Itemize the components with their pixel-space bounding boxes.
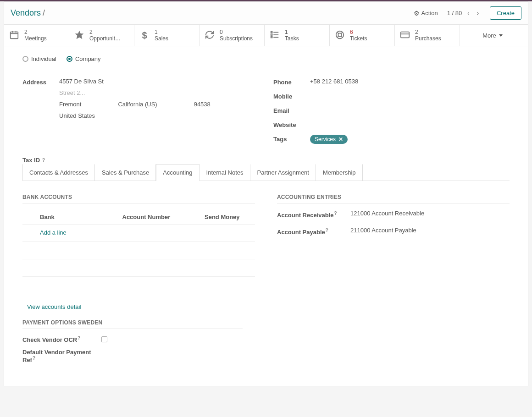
star-icon <box>74 30 85 41</box>
field-label: Account Receivable? <box>277 210 350 219</box>
check-vendor-ocr-field: Check Vendor OCR? <box>22 335 243 343</box>
account-payable-input[interactable]: 211000 Account Payable <box>350 227 510 234</box>
tags-label: Tags <box>273 135 310 143</box>
taxid-label: Tax ID <box>22 157 40 164</box>
gear-icon: ⚙ <box>414 10 420 17</box>
stat-tickets[interactable]: 6 Tickets <box>330 25 395 46</box>
col-send-money: Send Money <box>205 214 255 220</box>
tag-pill: Services ✕ <box>310 135 348 144</box>
stat-tasks[interactable]: 1 Tasks <box>265 25 330 46</box>
stat-subscriptions[interactable]: 0 Subscriptions <box>200 25 265 46</box>
tags-field: Tags Services ✕ <box>273 135 510 144</box>
country-input[interactable]: United States <box>59 112 259 119</box>
tab-accounting-content: BANK ACCOUNTS Bank Account Number Send M… <box>4 181 528 315</box>
breadcrumb: Vendors / <box>11 8 45 18</box>
phone-input[interactable]: +58 212 681 0538 <box>310 78 510 85</box>
bank-table-row <box>22 259 255 277</box>
stat-more[interactable]: More <box>460 25 525 46</box>
field-label: Account Payable? <box>277 227 350 236</box>
section-title: ACCOUNTING ENTRIES <box>277 194 510 203</box>
add-a-line-button[interactable]: Add a line <box>22 229 66 237</box>
help-icon[interactable]: ? <box>334 211 337 216</box>
taxid-field: Tax ID ? <box>4 155 266 164</box>
remove-tag-icon[interactable]: ✕ <box>338 136 343 143</box>
svg-line-13 <box>337 32 339 33</box>
stat-count: 1 <box>155 29 168 35</box>
stat-label: Meetings <box>24 35 47 42</box>
view-accounts-detail-link[interactable]: View accounts detail <box>22 294 81 315</box>
action-label: Action <box>421 10 438 16</box>
svg-rect-8 <box>271 31 272 33</box>
svg-line-15 <box>337 36 339 38</box>
radio-company[interactable]: Company <box>66 55 101 62</box>
website-field: Website <box>273 121 510 128</box>
pager-next-icon[interactable]: › <box>475 9 481 17</box>
tab-accounting[interactable]: Accounting <box>156 164 199 181</box>
tab-internal-notes[interactable]: Internal Notes <box>200 164 250 181</box>
tab-sales-purchase[interactable]: Sales & Purchase <box>95 164 156 181</box>
stat-sales[interactable]: $ 1 Sales <box>134 25 200 46</box>
account-receivable-field: Account Receivable? 121000 Account Recei… <box>277 210 510 219</box>
check-vendor-ocr-checkbox[interactable] <box>101 336 107 342</box>
credit-card-icon <box>399 30 410 41</box>
stat-count: 2 <box>24 29 47 35</box>
svg-rect-17 <box>401 32 409 38</box>
stat-opportunities[interactable]: 2 Opportunit… <box>69 25 134 46</box>
help-icon[interactable]: ? <box>33 356 35 361</box>
tab-partner-assignment[interactable]: Partner Assignment <box>250 164 316 181</box>
help-icon[interactable]: ? <box>42 158 45 163</box>
stat-label: Purchases <box>415 35 441 42</box>
stat-label: Opportunit… <box>89 35 121 42</box>
pager-prev-icon[interactable]: ‹ <box>466 9 471 17</box>
pager: 1 / 80 ‹ › <box>447 9 481 17</box>
bank-table-row <box>22 242 255 259</box>
address-label: Address <box>22 78 59 86</box>
mobile-label: Mobile <box>273 92 310 100</box>
stat-purchases[interactable]: 2 Purchases <box>395 25 460 46</box>
dollar-icon: $ <box>139 30 150 41</box>
stat-meetings[interactable]: 2 Meetings <box>4 25 69 46</box>
city-input[interactable]: Fremont <box>59 101 81 108</box>
tab-membership[interactable]: Membership <box>316 164 363 181</box>
tag-label: Services <box>315 136 336 143</box>
website-label: Website <box>273 121 310 128</box>
tabs: Contacts & Addresses Sales & Purchase Ac… <box>22 164 510 181</box>
stat-row: 2 Meetings 2 Opportunit… $ 1 Sales <box>4 25 528 46</box>
payment-options-sweden-section: PAYMENT OPTIONS SWEDEN Check Vendor OCR?… <box>4 315 261 377</box>
phone-field: Phone +58 212 681 0538 <box>273 78 510 86</box>
email-field: Email <box>273 106 510 114</box>
col-bank: Bank <box>40 214 122 220</box>
help-icon[interactable]: ? <box>78 335 80 340</box>
svg-line-16 <box>341 32 343 33</box>
svg-point-12 <box>338 33 341 36</box>
svg-rect-9 <box>271 34 272 35</box>
bank-table-row: Add a line <box>22 225 255 242</box>
default-vendor-payment-ref-field: Default Vendor Payment Ref? <box>22 349 243 363</box>
page-container: Vendors / ⚙ Action 1 / 80 ‹ › Create 2 M… <box>4 1 528 386</box>
page-header: Vendors / ⚙ Action 1 / 80 ‹ › Create <box>4 2 528 25</box>
action-button[interactable]: ⚙ Action <box>414 10 438 17</box>
bank-table-row <box>22 277 255 294</box>
pager-text[interactable]: 1 / 80 <box>447 10 462 16</box>
zip-input[interactable]: 94538 <box>194 101 211 108</box>
breadcrumb-root[interactable]: Vendors <box>11 8 41 18</box>
svg-marker-4 <box>75 30 83 38</box>
state-input[interactable]: California (US) <box>118 101 157 108</box>
tab-contacts-addresses[interactable]: Contacts & Addresses <box>22 164 95 181</box>
help-icon[interactable]: ? <box>326 228 328 233</box>
refresh-icon <box>204 30 215 41</box>
section-title: PAYMENT OPTIONS SWEDEN <box>22 319 243 329</box>
tags-input[interactable]: Services ✕ <box>310 135 510 144</box>
section-title: BANK ACCOUNTS <box>22 194 255 203</box>
form-body: Individual Company Address 4557 De Silva… <box>4 46 528 386</box>
svg-rect-10 <box>271 36 272 38</box>
street1-input[interactable]: 4557 De Silva St <box>59 78 259 85</box>
radio-individual[interactable]: Individual <box>22 55 56 62</box>
address-column: Address 4557 De Silva St Street 2... Fre… <box>22 78 259 150</box>
email-label: Email <box>273 106 310 114</box>
field-label: Check Vendor OCR? <box>22 335 96 343</box>
contact-info: Address 4557 De Silva St Street 2... Fre… <box>4 66 528 155</box>
create-button[interactable]: Create <box>490 6 521 20</box>
street2-input[interactable]: Street 2... <box>59 89 259 96</box>
account-receivable-input[interactable]: 121000 Account Receivable <box>350 210 510 217</box>
